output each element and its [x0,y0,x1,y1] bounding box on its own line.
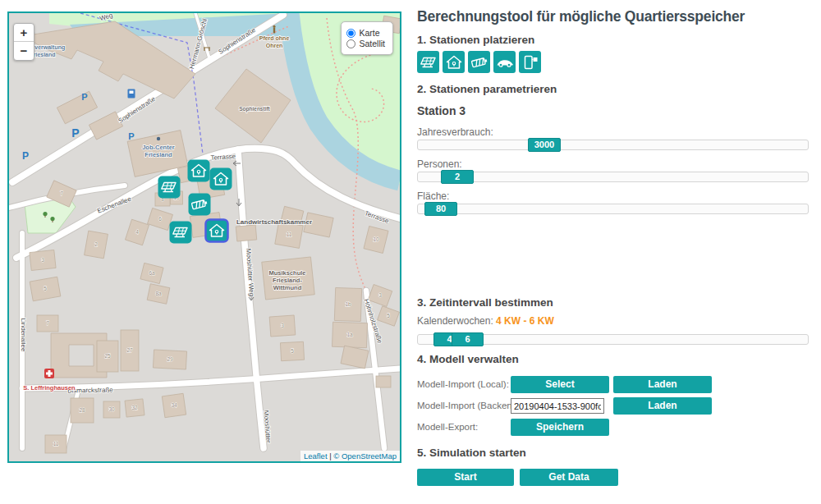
building: 29 [153,350,186,369]
slider-personen: Personen: 2 [417,158,809,184]
svg-text:P: P [128,131,134,141]
row-label: Modell-Export: [417,422,478,432]
svg-text:3: 3 [378,292,382,298]
station-marker-house[interactable] [210,168,232,190]
section-2-heading: 2. Stationen parametrieren [417,83,557,95]
svg-text:28: 28 [79,407,85,413]
building [376,376,391,387]
layer-label: Karte [359,28,379,38]
map-attribution: Leaflet | © OpenStreetMap [300,451,400,461]
laden-backend-button[interactable]: Laden [613,397,712,415]
svg-text:25: 25 [104,353,111,359]
svg-text:1a: 1a [346,332,353,337]
svg-text:29: 29 [167,356,173,362]
building: 32 [125,399,144,417]
building: 1a [332,322,367,347]
svg-text:6a: 6a [149,270,155,276]
svg-text:30: 30 [108,406,115,412]
kalenderwochen-range: 4 KW - 6 KW [496,315,554,327]
building: 2 [85,231,108,259]
get-data-button[interactable]: Get Data [520,469,618,486]
layer-option-karte[interactable]: Karte [346,28,385,38]
laden-local-button[interactable]: Laden [613,376,712,393]
simulation-row: Start Get Data [417,469,809,487]
station-buttons [417,51,541,73]
range-handle-to[interactable]: 6 [452,332,484,346]
parking-icon: P [81,92,87,102]
svg-text:27: 27 [126,347,133,353]
building: 30 [103,401,120,418]
svg-text:7: 7 [60,190,63,196]
slider-track[interactable] [417,140,809,150]
fuel-icon [128,89,135,99]
section-4-heading: 4. Modell verwalten [417,353,519,365]
page-title: Berechnungstool für mögliche Quartierssp… [417,8,745,25]
building: 3 [30,250,56,270]
osm-link[interactable]: © OpenStreetMap [333,451,397,460]
station-title: Station 3 [417,104,466,117]
slider-label: Fläche: [417,190,809,202]
satellit-radio[interactable] [346,39,355,48]
slider-handle[interactable]: 80 [424,202,457,216]
parking-icon: P [71,126,79,140]
building: 5 [280,341,304,360]
svg-text:4: 4 [135,229,139,235]
charging-station-button[interactable] [519,51,541,73]
station-marker-house[interactable] [188,160,210,182]
svg-text:11: 11 [53,441,59,447]
building: 1b [334,287,361,321]
building [236,225,256,241]
solar-panel-station-button[interactable] [417,51,439,73]
poi-label: Job-CenterFriesland [142,144,175,158]
start-button[interactable]: Start [417,469,514,486]
station-marker-battery[interactable] [189,194,211,216]
svg-text:7: 7 [46,320,49,326]
svg-text:11: 11 [287,231,292,237]
poi-label: Landwirtschaftskammer [236,218,312,226]
house-station-button[interactable] [443,51,465,73]
station-marker-house[interactable] [206,220,228,242]
section-5-heading: 5. Simulation starten [417,447,526,459]
layer-option-satellit[interactable]: Satellit [346,39,385,48]
svg-text:8a: 8a [155,291,162,296]
poi-label: Sophienstift [239,106,270,112]
statue-icon [273,25,276,34]
row-label: Modell-Import (Backend): [417,401,523,410]
model-import-backend-row: Modell-Import (Backend): Laden [417,397,809,415]
parking-icon: P [128,131,134,141]
section-1-heading: 1. Stationen platzieren [417,34,534,46]
car-station-button[interactable] [493,51,516,73]
zoom-in-button[interactable]: + [14,24,34,42]
backend-model-input[interactable] [511,398,604,414]
slider-track[interactable] [417,204,809,214]
svg-text:P: P [81,92,87,102]
slider-handle[interactable]: 2 [441,170,474,184]
section-3-heading: 3. Zeitintervall bestimmen [417,296,553,309]
model-export-row: Modell-Export: Speichern [417,419,809,437]
model-import-local-row: Modell-Import (Local): Select Laden [417,376,809,394]
poi-label: MusikschuleFriesland-Wittmund [268,269,305,291]
svg-text:1b: 1b [345,301,351,307]
karte-radio[interactable] [346,29,355,38]
svg-text:P: P [71,126,79,140]
poi-label: S. Leffringhausen [23,384,76,392]
leaflet-link[interactable]: Leaflet [304,451,328,460]
layer-label: Satellit [359,39,385,48]
svg-text:6: 6 [158,216,162,222]
building: 25 [97,341,118,372]
street-label: Lindenallee [20,318,27,352]
zoom-out-button[interactable]: − [14,42,34,60]
station-marker-solar[interactable] [170,222,192,244]
station-marker-solar[interactable] [158,176,181,199]
svg-text:3: 3 [41,257,44,263]
slider-track[interactable] [417,172,809,182]
slider-flaeche: Fläche: 80 [417,190,809,216]
building: 28 [71,398,94,423]
slider-handle[interactable]: 3000 [528,138,561,152]
select-button[interactable]: Select [511,376,609,393]
speichern-button[interactable]: Speichern [511,419,609,436]
parking-light-icon: P [22,150,29,162]
map[interactable]: 7642356a8a810725272928303234111110351b1a… [7,11,401,463]
kalenderwochen-line: Kalenderwochen: 4 KW - 6 KW [417,315,554,327]
battery-station-button[interactable] [468,51,490,73]
